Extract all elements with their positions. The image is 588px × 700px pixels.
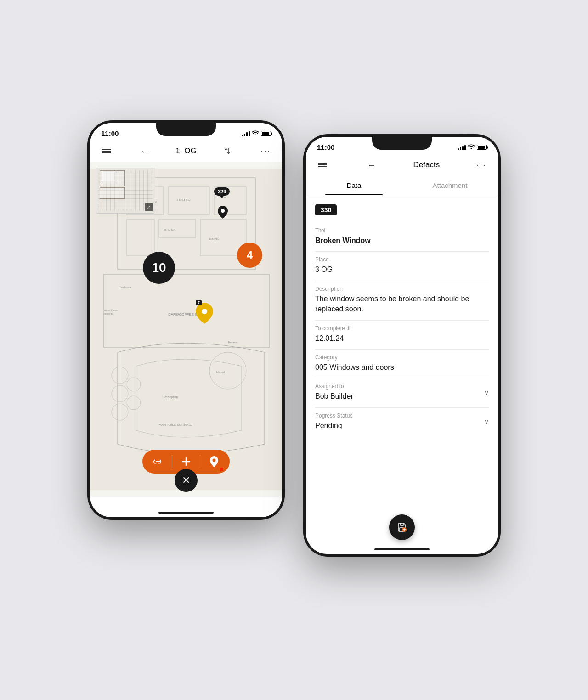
- signal-bar-d3: [462, 146, 464, 150]
- dots-icon-detail: ···: [476, 160, 486, 170]
- home-indicator-detail: [374, 548, 430, 550]
- field-complete-till: To complete till 12.01.24: [315, 321, 489, 350]
- label-place: Place: [315, 256, 489, 263]
- status-icons-detail: [458, 144, 487, 151]
- notch-map: [156, 123, 216, 136]
- field-assigned-row: Assigned to Bob Builder ∨: [315, 383, 489, 401]
- phone-map-inner: 11:00: [90, 123, 282, 517]
- pin-7-wrapper: 7: [196, 300, 214, 321]
- wifi-icon-detail: [468, 144, 475, 151]
- svg-text:Terrace: Terrace: [228, 341, 237, 344]
- fab-save-button[interactable]: [389, 514, 415, 540]
- fab-icon: [396, 522, 407, 533]
- nav-title-map: 1. OG: [175, 147, 196, 156]
- battery-icon-map: [261, 131, 271, 136]
- back-button-map[interactable]: ←: [137, 144, 152, 158]
- svg-point-30: [213, 459, 216, 462]
- svg-text:FIRST AID: FIRST AID: [177, 198, 191, 201]
- detail-content[interactable]: 330 Titel Broken Window Place 3 OG Descr…: [306, 195, 498, 534]
- phone-detail: 11:00: [303, 134, 501, 557]
- svg-text:Informal: Informal: [216, 371, 225, 373]
- location-tool-button[interactable]: [206, 453, 222, 470]
- signal-bar-d1: [458, 148, 459, 150]
- hamburger-menu-button-detail[interactable]: [315, 158, 330, 172]
- more-button-detail[interactable]: ···: [474, 158, 489, 172]
- battery-fill-map: [262, 132, 269, 135]
- hamburger-menu-button[interactable]: [99, 144, 114, 158]
- svg-text:Landscape: Landscape: [120, 286, 131, 288]
- signal-bar-d2: [460, 147, 461, 150]
- signal-bar-d4: [464, 145, 466, 150]
- battery-icon-detail: [477, 145, 487, 150]
- phones-container: 11:00: [87, 97, 501, 603]
- link-tool-button[interactable]: [150, 453, 166, 470]
- svg-point-28: [221, 209, 225, 213]
- chevron-progress-icon: ∨: [484, 418, 489, 425]
- value-titel: Broken Window: [315, 236, 489, 246]
- signal-bar-3: [246, 132, 248, 136]
- minimap-thumbnail[interactable]: ⤢: [96, 168, 155, 214]
- dots-icon-map: ···: [260, 147, 270, 156]
- tab-data[interactable]: Data: [306, 176, 402, 195]
- signal-bar-4: [249, 131, 250, 136]
- field-description: Description The window seems to be broke…: [315, 281, 489, 321]
- label-complete-till: To complete till: [315, 325, 489, 332]
- pin-10-circle: 10: [143, 252, 175, 284]
- minimap-highlight: [102, 172, 114, 181]
- pin-329[interactable]: 329: [214, 187, 230, 196]
- close-button-map[interactable]: ✕: [175, 469, 198, 492]
- field-category: Category 005 Windows and doors: [315, 350, 489, 378]
- pin-7[interactable]: 7: [196, 300, 214, 321]
- add-tool-button[interactable]: [178, 453, 194, 470]
- value-complete-till: 12.01.24: [315, 333, 489, 344]
- nav-bar-detail: ← Defacts ···: [306, 154, 498, 176]
- signal-bars-map: [242, 131, 250, 136]
- pin-4-circle: 4: [237, 243, 262, 268]
- more-button-map[interactable]: ···: [258, 144, 273, 158]
- nav-title-detail: Defacts: [413, 160, 440, 169]
- svg-point-29: [202, 309, 207, 314]
- signal-bar-2: [244, 134, 245, 136]
- expand-icon: ⤢: [147, 205, 151, 210]
- pin-badge-329: 329: [214, 187, 230, 196]
- minimap-rect-2: [100, 187, 125, 199]
- tab-attachment[interactable]: Attachment: [402, 176, 498, 195]
- label-progress-status: Pogress Status: [315, 412, 352, 419]
- chevron-assigned-icon: ∨: [484, 389, 489, 396]
- value-description: The window seems to be broken and should…: [315, 294, 489, 315]
- field-progress-status[interactable]: Pogress Status Pending ∨: [315, 408, 489, 436]
- notch-detail: [372, 137, 432, 150]
- status-icons-map: [242, 130, 271, 137]
- value-assigned-to: Bob Builder: [315, 391, 353, 401]
- pin-4[interactable]: 4: [237, 243, 262, 268]
- value-category: 005 Windows and doors: [315, 362, 489, 373]
- svg-text:deliveries: deliveries: [104, 312, 114, 315]
- minimap-expand-button[interactable]: ⤢: [145, 203, 153, 211]
- map-content[interactable]: CLASSROOM FIRST AID OFFICE KITCHEN DININ…: [90, 162, 282, 497]
- svg-text:DINING: DINING: [209, 237, 219, 240]
- field-titel: Titel Broken Window: [315, 223, 489, 252]
- pin-10[interactable]: 10: [143, 252, 175, 284]
- svg-rect-0: [90, 169, 282, 490]
- value-place: 3 OG: [315, 265, 489, 275]
- back-button-detail[interactable]: ←: [364, 158, 379, 172]
- label-description: Description: [315, 286, 489, 292]
- defect-number-badge: 330: [315, 204, 337, 215]
- home-indicator-map: [158, 512, 214, 514]
- field-progress-row: Pogress Status Pending ∨: [315, 412, 489, 431]
- label-category: Category: [315, 354, 489, 361]
- close-icon: ✕: [182, 474, 190, 486]
- pin-location-329[interactable]: [218, 206, 228, 220]
- phone-detail-inner: 11:00: [306, 137, 498, 554]
- toolbar-divider-2: [200, 455, 200, 468]
- nav-bar-map: ← 1. OG ⇅ ···: [90, 140, 282, 162]
- back-arrow-map: ←: [140, 146, 149, 157]
- field-assigned-to[interactable]: Assigned to Bob Builder ∨: [315, 378, 489, 407]
- value-progress-status: Pending: [315, 421, 352, 431]
- status-time-detail: 11:00: [317, 143, 334, 151]
- tabs-bar: Data Attachment: [306, 176, 498, 195]
- svg-text:vice entrance: vice entrance: [104, 309, 118, 311]
- wifi-icon-map: [252, 130, 259, 137]
- filter-button-map[interactable]: ⇅: [220, 144, 235, 158]
- label-titel: Titel: [315, 227, 489, 234]
